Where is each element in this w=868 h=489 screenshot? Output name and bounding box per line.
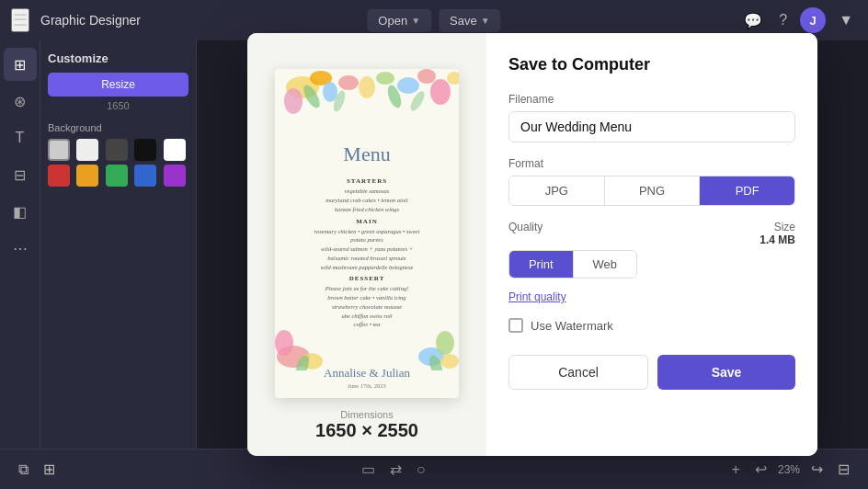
- sidebar-panel: Customize Resize 1650 Background: [40, 40, 197, 449]
- svg-point-4: [338, 75, 359, 90]
- comment-icon[interactable]: 💬: [740, 8, 766, 33]
- grid-icon[interactable]: ⊞: [40, 457, 59, 482]
- color-swatch-7[interactable]: [106, 165, 128, 187]
- filename-input[interactable]: [508, 111, 795, 142]
- color-grid: [48, 139, 188, 187]
- rail-more-icon[interactable]: ⋯: [4, 232, 37, 265]
- undo-icon[interactable]: ↩: [751, 457, 771, 482]
- cancel-button[interactable]: Cancel: [508, 355, 648, 390]
- avatar[interactable]: J: [800, 7, 826, 33]
- color-swatch-5[interactable]: [48, 165, 70, 187]
- format-jpg-button[interactable]: JPG: [509, 176, 605, 205]
- quality-print-button[interactable]: Print: [509, 251, 574, 278]
- watermark-label: Use Watermark: [531, 319, 613, 333]
- redo-icon[interactable]: ↪: [807, 457, 827, 482]
- circle-icon[interactable]: ○: [413, 458, 429, 482]
- icon-rail: ⊞ ⊛ T ⊟ ◧ ⋯: [0, 40, 40, 449]
- frame-icon[interactable]: ▭: [358, 457, 379, 482]
- modal-overlay: Menu STARTERS vegetable samosasmaryland …: [197, 40, 868, 449]
- color-swatch-4[interactable]: [164, 139, 186, 161]
- quality-label: Quality: [508, 221, 542, 233]
- modal-actions: Cancel Save: [508, 355, 795, 390]
- color-swatch-3[interactable]: [134, 139, 156, 161]
- svg-point-7: [397, 77, 419, 94]
- svg-point-2: [284, 88, 303, 114]
- svg-point-6: [376, 72, 394, 85]
- save-chevron-icon: ▼: [481, 16, 490, 26]
- open-chevron-icon: ▼: [411, 16, 420, 26]
- svg-point-9: [430, 79, 451, 105]
- app-title: Graphic Designer: [40, 13, 141, 28]
- sidebar-dimensions: 1650: [48, 100, 188, 111]
- size-value: 1.4 MB: [760, 233, 795, 246]
- svg-point-5: [359, 76, 375, 98]
- open-button[interactable]: Open ▼: [367, 9, 431, 32]
- format-label: Format: [508, 157, 795, 170]
- quality-web-button[interactable]: Web: [574, 251, 637, 278]
- starters-label: STARTERS: [347, 177, 387, 185]
- size-label: Size: [774, 221, 795, 233]
- modal-title: Save to Computer: [508, 55, 795, 74]
- customize-title: Customize: [48, 51, 188, 65]
- quality-size-row: Quality Size 1.4 MB: [508, 221, 795, 246]
- main-items: rosemary chicken • green asparagus • swe…: [314, 227, 420, 272]
- menu-title: Menu: [343, 142, 390, 166]
- svg-point-8: [417, 69, 436, 84]
- floral-bottom-svg: [275, 320, 459, 370]
- watermark-row: Use Watermark: [508, 318, 795, 333]
- rail-grid-icon[interactable]: ⊟: [4, 158, 37, 191]
- resize-button[interactable]: Resize: [48, 73, 188, 97]
- svg-point-16: [275, 330, 293, 356]
- svg-point-20: [440, 354, 459, 369]
- save-modal: Menu STARTERS vegetable samosasmaryland …: [247, 33, 817, 456]
- svg-point-19: [436, 331, 454, 355]
- color-swatch-9[interactable]: [164, 165, 186, 187]
- dessert-label: DESSERT: [349, 275, 385, 282]
- menu-card: Menu STARTERS vegetable samosasmaryland …: [275, 69, 459, 398]
- bottom-center: ▭ ⇄ ○: [358, 457, 429, 482]
- canvas-area: Menu STARTERS vegetable samosasmaryland …: [197, 40, 868, 449]
- format-png-button[interactable]: PNG: [605, 176, 701, 205]
- color-swatch-6[interactable]: [76, 165, 98, 187]
- quality-selector: Print Web: [508, 250, 637, 279]
- color-swatch-0[interactable]: [48, 139, 70, 161]
- rail-home-icon[interactable]: ⊞: [4, 48, 37, 81]
- rail-text-icon[interactable]: T: [4, 121, 37, 154]
- hamburger-icon[interactable]: ☰: [11, 8, 29, 32]
- dimensions-label: Dimensions 1650 × 2550: [315, 409, 418, 441]
- layers-icon[interactable]: ⧉: [15, 458, 32, 482]
- watermark-checkbox[interactable]: [508, 318, 523, 333]
- save-button[interactable]: Save: [657, 355, 795, 390]
- topbar-right: 💬 ? J ▼: [740, 7, 857, 33]
- zoom-in-icon[interactable]: +: [728, 458, 744, 482]
- svg-point-10: [447, 72, 459, 85]
- starters-items: vegetable samosasmaryland crab cakes • l…: [326, 187, 407, 213]
- main-label: MAIN: [356, 218, 377, 225]
- help-icon[interactable]: ?: [775, 8, 791, 32]
- swap-icon[interactable]: ⇄: [386, 457, 405, 482]
- menu-date: June 17th, 2023: [348, 382, 385, 389]
- bottom-right: + ↩ 23% ↪ ⊟: [728, 457, 853, 482]
- modal-preview: Menu STARTERS vegetable samosasmaryland …: [247, 33, 486, 456]
- modal-right-panel: Save to Computer Filename Format JPG PNG…: [486, 33, 817, 456]
- format-selector: JPG PNG PDF: [508, 176, 795, 206]
- format-pdf-button[interactable]: PDF: [700, 176, 794, 205]
- zoom-level: 23%: [778, 463, 800, 476]
- topbar-center: Open ▼ Save ▼: [367, 9, 500, 32]
- color-swatch-8[interactable]: [134, 165, 156, 187]
- main-layout: ⊞ ⊛ T ⊟ ◧ ⋯ Customize Resize 1650 Backgr…: [0, 40, 868, 449]
- background-label: Background: [48, 122, 188, 133]
- zoom-out-icon[interactable]: ⊟: [834, 457, 853, 482]
- save-button[interactable]: Save ▼: [439, 9, 501, 32]
- color-swatch-2[interactable]: [106, 139, 128, 161]
- rail-image-icon[interactable]: ◧: [4, 195, 37, 228]
- print-quality-link[interactable]: Print quality: [508, 290, 566, 303]
- floral-top-svg: [275, 69, 459, 138]
- filename-label: Filename: [508, 93, 795, 106]
- color-swatch-1[interactable]: [76, 139, 98, 161]
- rail-filter-icon[interactable]: ⊛: [4, 85, 37, 118]
- account-chevron-icon[interactable]: ▼: [835, 8, 857, 32]
- bottom-left: ⧉ ⊞: [15, 457, 59, 482]
